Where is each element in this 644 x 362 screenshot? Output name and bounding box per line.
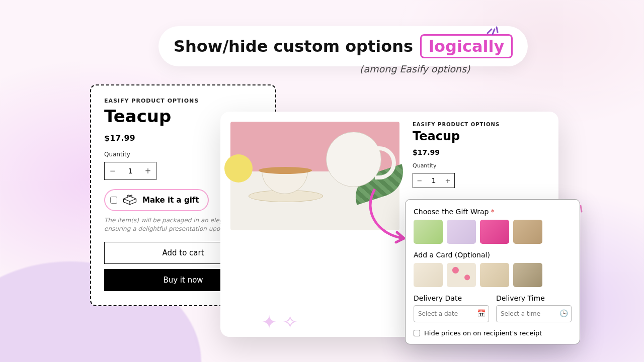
- svg-line-0: [488, 29, 492, 33]
- wrap-option-3[interactable]: [480, 220, 509, 244]
- hide-prices-row[interactable]: Hide prices on on recipient's receipt: [414, 329, 572, 337]
- card-option-1[interactable]: [414, 263, 443, 287]
- qty-value: 1: [121, 162, 140, 179]
- decor-mug: [326, 132, 381, 187]
- headline-pill: Show/hide custom options logically: [158, 26, 528, 66]
- svg-line-5: [581, 206, 582, 212]
- product-image: [230, 122, 399, 230]
- headline-text: Show/hide custom options: [174, 37, 413, 56]
- quantity-stepper[interactable]: − 1 +: [104, 162, 156, 180]
- delivery-date-label: Delivery Date: [414, 294, 489, 302]
- qty-increase-button[interactable]: +: [140, 162, 156, 179]
- wrap-option-1[interactable]: [414, 220, 443, 244]
- hide-prices-checkbox[interactable]: [414, 330, 420, 336]
- product-title: Teacup: [413, 129, 548, 143]
- qty-decrease-button[interactable]: −: [105, 162, 121, 179]
- gift-wrap-label: Choose the Gift Wrap *: [414, 208, 572, 216]
- required-asterisk: *: [491, 208, 495, 216]
- gift-wrap-thumbs: [414, 220, 572, 244]
- headline-subtext: (among Easify options): [360, 63, 470, 74]
- qty-value: 1: [426, 173, 441, 188]
- add-card-label: Add a Card (Optional): [414, 251, 572, 259]
- calendar-icon: 📅: [477, 309, 486, 317]
- make-gift-checkbox[interactable]: [110, 197, 117, 204]
- card-option-3[interactable]: [480, 263, 509, 287]
- quantity-label: Quantity: [413, 162, 548, 169]
- decor-lemon: [224, 154, 253, 183]
- headline-highlight: logically: [420, 34, 513, 58]
- svg-line-1: [493, 29, 495, 34]
- make-gift-label: Make it a gift: [142, 196, 199, 205]
- hide-prices-label: Hide prices on on recipient's receipt: [424, 329, 542, 337]
- eyebrow: EASIFY PRODUCT OPTIONS: [104, 98, 262, 104]
- qty-decrease-button[interactable]: −: [413, 173, 426, 188]
- gift-box-icon: [122, 194, 137, 206]
- svg-line-2: [497, 27, 498, 32]
- clock-icon: 🕒: [559, 309, 568, 317]
- card-option-2[interactable]: [447, 263, 476, 287]
- accent-lines-icon: [486, 21, 501, 36]
- eyebrow: EASIFY PRODUCT OPTIONS: [413, 122, 548, 127]
- delivery-time-label: Delivery Time: [496, 294, 572, 302]
- product-price: $17.99: [413, 148, 548, 156]
- gift-options-popover: Choose the Gift Wrap * Add a Card (Optio…: [405, 199, 580, 344]
- quantity-stepper[interactable]: − 1 +: [413, 173, 455, 188]
- wrap-option-4[interactable]: [513, 220, 542, 244]
- qty-increase-button[interactable]: +: [441, 173, 454, 188]
- wrap-option-2[interactable]: [447, 220, 476, 244]
- card-thumbs: [414, 263, 572, 287]
- sparkle-icon: ✦ ✧: [262, 312, 298, 332]
- card-option-4[interactable]: [513, 263, 542, 287]
- make-gift-option[interactable]: Make it a gift: [104, 189, 209, 211]
